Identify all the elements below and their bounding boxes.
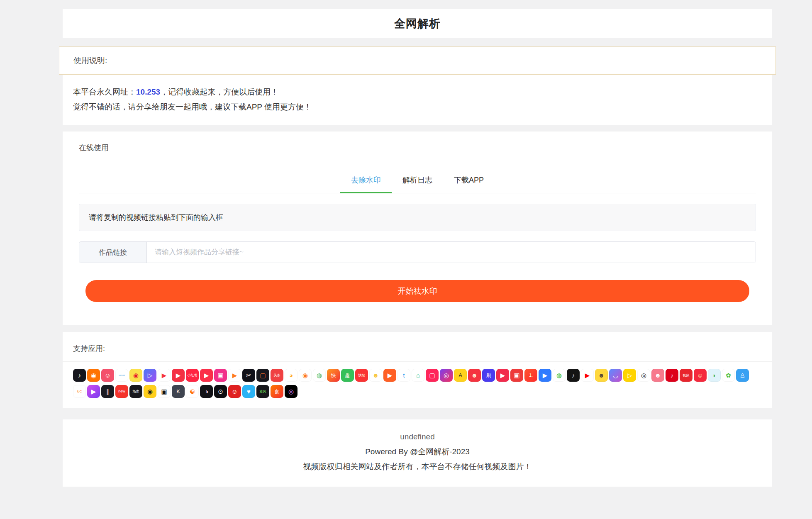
pear-video-icon: ▷ [623, 369, 636, 382]
instructions-header-row: 使用说明: [59, 46, 776, 75]
monkey-app-icon: ☺ [228, 385, 241, 398]
perm-url-suffix: ，记得收藏起来，方便以后使用！ [160, 88, 278, 96]
uu-face-app-icon: ◡ [609, 369, 622, 382]
koi-fish-app-icon: ☯ [186, 385, 199, 398]
tab-download-app[interactable]: 下载APP [443, 171, 495, 193]
googly-eyes-app-icon: ⊙ [214, 385, 227, 398]
uc-browser-icon: UC [73, 385, 86, 398]
tencent-weishi-icon: ▣ [214, 369, 227, 382]
footer-powered-by: Powered By @全网解析-2023 [63, 444, 772, 459]
instructions-line-2: 觉得不错的话，请分享给朋友一起用哦，建议下载APP 使用更方便！ [73, 100, 762, 115]
perm-url-prefix: 本平台永久网址： [73, 88, 136, 96]
music-disc-app-icon: ♪ [567, 369, 580, 382]
page-title: 全网解析 [394, 16, 441, 31]
huoshan-icon: ▶ [200, 369, 213, 382]
instructions-header-label: 使用说明: [73, 55, 107, 66]
suike-icon: ▶ [172, 369, 185, 382]
instructions-line-1: 本平台永久网址：10.253，记得收藏起来，方便以后使用！ [73, 85, 762, 100]
yangshipin-icon: 视频 [680, 369, 693, 382]
footer-card: undefined Powered By @全网解析-2023 视频版权归相关网… [63, 419, 772, 487]
instructions-body: 本平台永久网址：10.253，记得收藏起来，方便以后使用！ 觉得不错的话，请分享… [63, 75, 772, 115]
header-card: 全网解析 [63, 9, 772, 38]
toutiao-icon: 头条 [271, 369, 283, 382]
youtube-icon: ▶ [581, 369, 594, 382]
autohome-icon: A [454, 369, 467, 382]
link-input-group: 作品链接 [79, 241, 756, 263]
heart-hands-app-icon: ♥ [242, 385, 255, 398]
app-icons-box: ♪◉☺bilibili◉▷▶▶小红书▶▣▶✂▢头条◕◉◍快趣快报☻▶t⌂▢◎A☻… [63, 362, 772, 398]
iqiyi-icon: ◍ [553, 369, 566, 382]
changku-vmovier-icon: 场库 [129, 385, 142, 398]
online-use-card: 在线使用 去除水印 解析日志 下载APP 请将复制的视频链接粘贴到下面的输入框 … [63, 132, 772, 325]
twitter-icon: t [397, 369, 410, 382]
haokan-video-icon: ▶ [228, 369, 241, 382]
lens-camera-app-icon: ◎ [285, 385, 297, 398]
food-shi-app-icon: 食 [271, 385, 283, 398]
red-cam-app-icon: ▣ [510, 369, 523, 382]
link-input-label: 作品链接 [79, 242, 147, 263]
online-use-header: 在线使用 [79, 143, 756, 153]
tab-bar: 去除水印 解析日志 下载APP [79, 171, 756, 193]
netease-cloud-music-icon: ♪ [666, 369, 678, 382]
tab-remove-watermark[interactable]: 去除水印 [340, 171, 392, 193]
paste-hint-box: 请将复制的视频链接粘贴到下面的输入框 [79, 204, 756, 231]
kuaiying-icon: ▷ [144, 369, 156, 382]
kuaikandian-icon: 快 [327, 369, 340, 382]
stripes-app-icon: ∥ [101, 385, 114, 398]
shuabao-icon: 刷 [482, 369, 495, 382]
kuaishou-icon: ◉ [87, 369, 100, 382]
bifeng-icon: 避风 [256, 385, 269, 398]
hongguo-video-icon: ▶ [383, 369, 396, 382]
red-frame-play-app-icon: ▶ [496, 369, 509, 382]
yellow-blob-app-icon: ◕ [285, 369, 297, 382]
app-icons-row-2: UC▶∥new场库◉▣K☯◑⊙☺♥避风食◎ [73, 385, 762, 398]
app-icons-row-1: ♪◉☺bilibili◉▷▶▶小红书▶▣▶✂▢头条◕◉◍快趣快报☻▶t⌂▢◎A☻… [73, 369, 762, 382]
green-flower-app-icon: ✿ [722, 369, 735, 382]
weibo-icon: ◉ [129, 369, 142, 382]
pipixia-icon: ☺ [101, 369, 114, 382]
supported-apps-header: 支持应用: [63, 344, 772, 362]
orange-ring-app-icon: ◉ [299, 369, 312, 382]
start-remove-watermark-button[interactable]: 开始祛水印 [85, 280, 749, 302]
footer-undefined-text: undefined [63, 429, 772, 444]
video-link-input[interactable] [147, 242, 756, 263]
green-circle-app-icon: ◍ [313, 369, 326, 382]
bw-camera-app-icon: ▣ [158, 385, 171, 398]
oasis-lvzhou-icon: ⌂ [412, 369, 424, 382]
pipi-funny-icon: ☻ [651, 369, 664, 382]
youku-icon: ▶ [539, 369, 551, 382]
xigua-video-icon: ◗ [708, 369, 721, 382]
instagram-icon: ◎ [440, 369, 453, 382]
duck-app-icon: ☻ [369, 369, 382, 382]
xiaohongshu-icon: 小红书 [186, 369, 199, 382]
spiral-camera-app-icon: ◎ [637, 369, 650, 382]
bilibili-icon: bilibili [115, 369, 128, 382]
capcut-jianying-icon: ✂ [242, 369, 255, 382]
flash-camera-icon: ▢ [256, 369, 269, 382]
anime-girl-app-icon: ☺ [694, 369, 707, 382]
cartoon-face-app-icon: ☻ [468, 369, 481, 382]
paste-hint-text: 请将复制的视频链接粘贴到下面的输入框 [89, 212, 223, 222]
qutoutiao-icon: 趣 [341, 369, 354, 382]
instructions-card: 使用说明: 本平台永久网址：10.253，记得收藏起来，方便以后使用！ 觉得不错… [63, 46, 772, 125]
footer-copyright: 视频版权归相关网站及作者所有，本平台不存储任何视频及图片！ [63, 459, 772, 474]
yidian-zixun-icon: 1. [524, 369, 537, 382]
circle-photo-app-icon: ◑ [200, 385, 213, 398]
douyin-icon: ♪ [73, 369, 86, 382]
tiantian-kuaibao-icon: 快报 [355, 369, 368, 382]
new-bubble-app-icon: new [115, 385, 128, 398]
permanent-url-link[interactable]: 10.253 [136, 88, 160, 96]
keep-k-app-icon: K [172, 385, 185, 398]
yellow-play-app-icon: ◉ [144, 385, 156, 398]
tab-parse-log[interactable]: 解析日志 [392, 171, 443, 193]
penguin-app-icon: ♙ [736, 369, 749, 382]
supported-apps-card: 支持应用: ♪◉☺bilibili◉▷▶▶小红书▶▣▶✂▢头条◕◉◍快趣快报☻▶… [63, 332, 772, 408]
weishi-icon: ▶ [158, 369, 171, 382]
meitu-icon: ▢ [426, 369, 439, 382]
sheep-cartoon-app-icon: ☻ [595, 369, 608, 382]
purple-play-app-icon: ▶ [87, 385, 100, 398]
page-container: 全网解析 使用说明: 本平台永久网址：10.253，记得收藏起来，方便以后使用！… [63, 9, 772, 487]
